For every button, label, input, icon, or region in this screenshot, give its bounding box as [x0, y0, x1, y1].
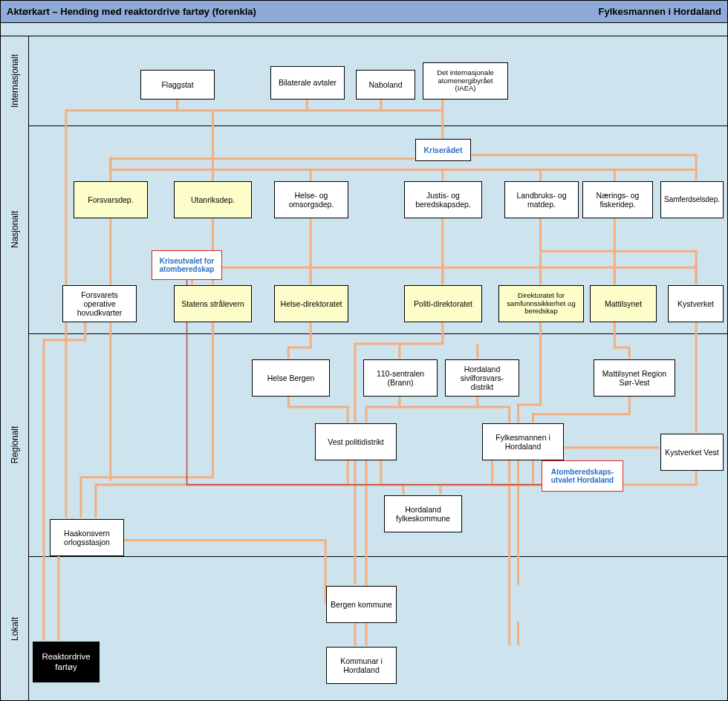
- node-forsvarsdep: Forsvarsdep.: [74, 181, 148, 218]
- content: Internasjonalt Nasjonalt Regionalt Lokal…: [1, 36, 727, 700]
- header: Aktørkart – Hending med reaktordrive far…: [1, 1, 727, 23]
- node-helse-bergen: Helse Bergen: [252, 359, 330, 397]
- node-naeringsdep: Nærings- og fiskeridep.: [582, 181, 653, 218]
- header-title: Aktørkart – Hending med reaktordrive far…: [7, 6, 256, 17]
- level-label-column: Internasjonalt Nasjonalt Regionalt Lokal…: [1, 36, 29, 700]
- node-stralevern: Statens strålevern: [174, 285, 252, 322]
- diagram-frame: Aktørkart – Hending med reaktordrive far…: [0, 0, 728, 701]
- node-mattilsynet-sv: Mattilsynet Region Sør-Vest: [594, 359, 675, 397]
- node-kriseradet: Kriserådet: [415, 139, 471, 161]
- level-label-loc: Lokalt: [1, 556, 29, 701]
- node-mattilsynet: Mattilsynet: [590, 285, 657, 322]
- node-bilaterale: Bilaterale avtaler: [270, 66, 345, 100]
- node-helsedir: Helse-direktoratet: [274, 285, 348, 322]
- node-helsedep: Helse- og omsorgsdep.: [274, 181, 348, 218]
- node-kommunar: Kommunar i Hordaland: [326, 647, 397, 684]
- node-haakonsvern: Haakonsvern orlogsstasjon: [50, 519, 124, 556]
- subheader: [1, 23, 727, 36]
- node-110-sentralen: 110-sentralen (Brann): [363, 359, 438, 397]
- node-poldir: Politi-direktoratet: [404, 285, 482, 322]
- node-kystverket: Kystverket: [668, 285, 724, 322]
- header-right: Fylkesmannen i Hordaland: [599, 6, 721, 17]
- node-dsb: Direktoratet for samfunnssikkerhet og be…: [498, 285, 584, 322]
- node-bergen-kommune: Bergen kommune: [326, 586, 397, 623]
- node-flaggstat: Flaggstat: [140, 70, 215, 100]
- node-fohk: Forsvarets operative hovudkvarter: [62, 285, 137, 322]
- node-reaktordrive-fartoy: Reaktordrive fartøy: [33, 642, 100, 682]
- node-landbruksdep: Landbruks- og matdep.: [504, 181, 579, 218]
- node-naboland: Naboland: [356, 70, 415, 100]
- node-fylkesmannen: Fylkesmannen i Hordaland: [482, 423, 564, 460]
- level-label-nat: Nasjonalt: [1, 125, 29, 333]
- node-fylkeskommune: Hordaland fylkeskommune: [384, 495, 462, 532]
- node-atomberedskapsutvalet: Atomberedskaps-utvalet Hordaland: [542, 460, 623, 492]
- level-label-reg: Regionalt: [1, 333, 29, 556]
- node-sivilforsvar: Hordaland sivilforsvars-distrikt: [445, 359, 519, 397]
- node-kystverket-vest: Kystverket Vest: [660, 434, 724, 471]
- node-iaea: Det internasjonale atomenergibyrået (IAE…: [423, 62, 508, 100]
- node-kriseutvalet: Kriseutvalet for atomberedskap: [152, 250, 222, 280]
- node-justisdep: Justis- og beredskapsdep.: [404, 181, 482, 218]
- level-label-intl: Internasjonalt: [1, 36, 29, 125]
- node-samferdselsdep: Samferdselsdep.: [660, 181, 724, 218]
- node-utanriksdep: Utanriksdep.: [174, 181, 252, 218]
- diagram-main: Flaggstat Bilaterale avtaler Naboland De…: [29, 36, 727, 700]
- node-vest-pd: Vest politidistrikt: [315, 423, 397, 460]
